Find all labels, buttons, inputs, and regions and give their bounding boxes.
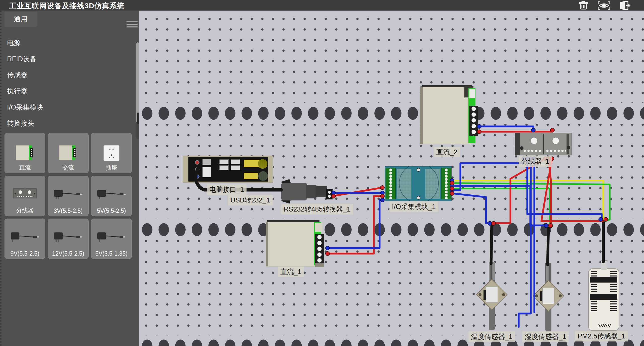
- socket-thumbnail: [103, 145, 120, 161]
- card-label: 分线器: [5, 206, 45, 214]
- device-rs232-485[interactable]: [280, 179, 335, 204]
- menu-item-rfid[interactable]: RFID设备: [2, 51, 140, 67]
- title-bar: 工业互联网设备及接线3D仿真系统: [0, 0, 644, 11]
- component-card-12v[interactable]: 12V(5.5-2.5): [48, 219, 89, 259]
- adapter-thumbnail: [96, 230, 127, 243]
- component-card-3v[interactable]: 3V(5.5-2.5): [48, 176, 89, 216]
- menu-item-io-module[interactable]: I/O采集模块: [2, 99, 140, 115]
- label-usb232: USB转232_1: [228, 195, 273, 205]
- menu-item-actuator[interactable]: 执行器: [2, 83, 140, 99]
- adapter-thumbnail: [10, 230, 40, 243]
- menu-item-sensor[interactable]: 传感器: [2, 67, 140, 83]
- component-card-9v[interactable]: 9V(5.5-2.5): [5, 219, 45, 259]
- category-menu: 电源 RFID设备 传感器 执行器 I/O采集模块 转换接头: [2, 35, 140, 131]
- label-humidity: 湿度传感器_1: [522, 331, 569, 342]
- label-dc2: 直流_2: [434, 147, 460, 157]
- menu-item-power[interactable]: 电源: [2, 35, 140, 51]
- adapter-thumbnail: [96, 188, 127, 200]
- component-card-5v[interactable]: 5V(5.5-2.5): [91, 176, 132, 216]
- component-card-splitter[interactable]: 分线器: [5, 176, 45, 216]
- label-pm25: PM2.5传感器_1: [575, 331, 628, 341]
- card-label: 5V(5.5-2.5): [91, 207, 132, 214]
- label-dc1: 直流_1: [278, 266, 304, 277]
- preview-eye-icon[interactable]: [597, 1, 611, 10]
- device-pc-interface[interactable]: [183, 156, 273, 183]
- card-label: 12V(5.5-2.5): [48, 250, 88, 257]
- device-temp-sensor[interactable]: [478, 262, 506, 331]
- adapter-thumbnail: [53, 188, 83, 200]
- delete-icon[interactable]: [576, 1, 591, 10]
- device-dc2[interactable]: [420, 85, 480, 147]
- exit-icon[interactable]: [617, 1, 631, 10]
- label-splitter1: 分线器_1: [519, 156, 552, 167]
- pegboard-hole-row: [139, 219, 644, 240]
- component-card-ac[interactable]: 交流: [48, 133, 89, 173]
- menu-item-adapter[interactable]: 转换接头: [2, 115, 140, 131]
- label-temp: 温度传感器_1: [468, 331, 515, 342]
- label-iomodule: I/O采集模块_1: [389, 201, 438, 212]
- device-splitter1[interactable]: [515, 133, 572, 155]
- device-io-module[interactable]: [385, 166, 452, 201]
- component-sidebar: 通用 电源 RFID设备 传感器 执行器 I/O采集模块 转换接头 直流: [0, 11, 139, 346]
- card-label: 插座: [91, 164, 132, 171]
- splitter-thumbnail: [13, 188, 37, 199]
- device-pm25-sensor[interactable]: [588, 268, 619, 331]
- tab-general[interactable]: 通用: [5, 12, 37, 27]
- label-pc: 电脑接口_1: [207, 184, 247, 195]
- component-card-socket[interactable]: 插座: [91, 133, 132, 173]
- pegboard-hole-row: [139, 103, 644, 124]
- device-humidity-sensor[interactable]: [535, 263, 562, 332]
- card-label: 3V(5.5-2.5): [48, 207, 88, 214]
- component-palette: 直流 交流 插座: [5, 133, 133, 259]
- adapter-thumbnail: [53, 230, 83, 243]
- ac-thumbnail: [59, 145, 78, 160]
- card-label: 直流: [5, 164, 45, 171]
- component-card-dc[interactable]: 直流: [5, 133, 45, 173]
- dc-thumbnail: [15, 145, 34, 160]
- device-dc1[interactable]: [266, 219, 328, 268]
- label-rs232485: RS232转485转换器_1: [281, 204, 353, 215]
- card-label: 9V(5.5-2.5): [5, 250, 45, 257]
- card-label: 交流: [48, 164, 88, 171]
- menu-icon[interactable]: [127, 19, 138, 28]
- card-label: 5V(3.5-1.35): [91, 250, 132, 257]
- component-card-5v-135[interactable]: 5V(3.5-1.35): [91, 219, 132, 259]
- app-title: 工业互联网设备及接线3D仿真系统: [9, 1, 125, 11]
